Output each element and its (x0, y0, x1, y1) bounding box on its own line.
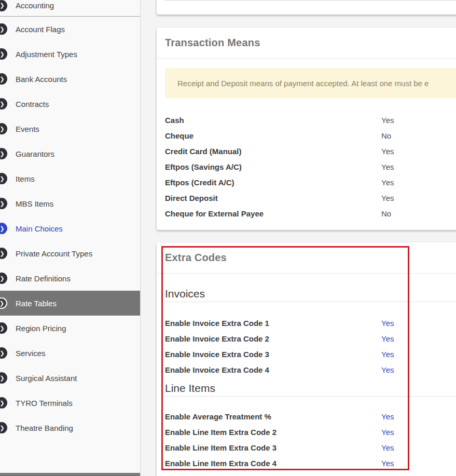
sidebar-item-tyro-terminals[interactable]: ❯ TYRO Terminals (0, 390, 140, 415)
sidebar-item-label: MBS Items (16, 199, 53, 208)
transaction-means-card: Transaction Means Receipt and Deposit me… (157, 28, 456, 230)
sidebar-item-bank-accounts[interactable]: ❯ Bank Accounts (0, 66, 140, 91)
sidebar-item-label: Items (16, 174, 35, 183)
setting-label: Enable Line Item Extra Code 3 (165, 443, 381, 452)
setting-label: Eftpos (Credit A/C) (165, 178, 381, 187)
sidebar-item-account-flags[interactable]: ❯ Account Flags (0, 17, 140, 42)
sidebar-item-region-pricing[interactable]: ❯ Region Pricing (0, 316, 140, 341)
setting-label: Cash (165, 116, 381, 125)
chevron-right-circle-icon: ❯ (0, 23, 7, 35)
setting-row: Credit Card (Manual) Yes (165, 143, 456, 159)
setting-row: Enable Line Item Extra Code 3 Yes (165, 440, 456, 455)
setting-value-link[interactable]: Yes (381, 443, 394, 452)
sidebar-item-label: Accounting (16, 1, 54, 10)
sidebar-item-label: Main Choices (16, 224, 63, 233)
sidebar-item-contracts[interactable]: ❯ Contracts (0, 91, 140, 116)
setting-row: Enable Average Treatment % Yes (165, 409, 456, 424)
payment-means-list: Cash Yes Cheque No Credit Card (Manual) … (157, 112, 456, 221)
sidebar-item-events[interactable]: ❯ Events (0, 116, 140, 141)
setting-row: Enable Invoice Extra Code 2 Yes (165, 331, 456, 346)
sidebar-item-label: Guarantors (16, 149, 54, 158)
setting-value: Yes (381, 194, 394, 202)
sidebar-item-label: Rate Tables (16, 299, 57, 308)
card-divider (165, 0, 456, 1)
chevron-right-circle-icon: ❯ (0, 322, 7, 334)
setting-label: Cheque for External Payee (165, 209, 381, 218)
extra-codes-card: Extra Codes Invoices Enable Invoice Extr… (157, 242, 456, 476)
section-title-line-items: Line Items (157, 380, 456, 396)
chevron-right-circle-icon: ❯ (0, 198, 7, 209)
setting-value: Yes (381, 116, 394, 125)
sidebar-item-guarantors[interactable]: ❯ Guarantors (0, 141, 140, 166)
settings-sidebar: ❯ Accounting ❯ Account Flags ❯ Adjustmen… (0, 0, 141, 476)
setting-label: Direct Deposit (165, 194, 381, 202)
setting-row: Cheque No (165, 128, 456, 143)
card-header: Extra Codes (157, 242, 456, 274)
sidebar-item-label: Region Pricing (16, 324, 66, 333)
sidebar-item-label: Adjustment Types (16, 50, 77, 59)
setting-row: Direct Deposit Yes (165, 190, 456, 206)
sidebar-item-mbs-items[interactable]: ❯ MBS Items (0, 191, 140, 216)
previous-card-bottom (157, 0, 456, 15)
setting-row: Enable Line Item Extra Code 4 Yes (165, 455, 456, 471)
setting-value: Yes (381, 162, 394, 171)
setting-value-link[interactable]: Yes (381, 334, 394, 343)
setting-label: Cheque (165, 131, 381, 140)
invoice-extra-codes-list: Enable Invoice Extra Code 1 Yes Enable I… (157, 315, 456, 377)
setting-label: Enable Invoice Extra Code 1 (165, 319, 381, 328)
setting-value-link[interactable]: Yes (381, 350, 394, 359)
setting-row: Eftpos (Savings A/C) Yes (165, 159, 456, 174)
chevron-right-circle-icon: ❯ (0, 123, 7, 134)
setting-row: Enable Invoice Extra Code 3 Yes (165, 346, 456, 362)
setting-value-link[interactable]: Yes (381, 412, 394, 421)
sidebar-item-label: TYRO Terminals (16, 399, 73, 407)
setting-label: Eftpos (Savings A/C) (165, 162, 381, 171)
sidebar-item-items[interactable]: ❯ Items (0, 166, 140, 191)
sidebar-bottom-bar (0, 473, 141, 476)
notice-text: Receipt and Deposit means of payment acc… (177, 79, 429, 88)
setting-row: Cheque for External Payee No (165, 206, 456, 221)
sidebar-item-services[interactable]: ❯ Services (0, 341, 140, 365)
sidebar-item-rate-tables[interactable]: ❯ Rate Tables (0, 291, 140, 316)
chevron-right-circle-icon: ❯ (0, 273, 7, 284)
setting-value-link[interactable]: Yes (381, 319, 394, 328)
sidebar-item-accounting[interactable]: ❯ Accounting (0, 0, 140, 16)
sidebar-item-main-choices[interactable]: ❯ Main Choices (0, 216, 140, 241)
sidebar-item-rate-definitions[interactable]: ❯ Rate Definitions (0, 266, 140, 291)
sidebar-item-surgical-assistant[interactable]: ❯ Surgical Assistant (0, 365, 140, 390)
section-divider (165, 396, 456, 397)
sidebar-item-label: Contracts (16, 100, 49, 108)
setting-row: Cash Yes (165, 112, 456, 128)
info-notice-banner: Receipt and Deposit means of payment acc… (165, 68, 456, 98)
chevron-right-circle-icon: ❯ (0, 98, 7, 110)
chevron-right-circle-icon: ❯ (0, 297, 7, 309)
sidebar-item-label: Bank Accounts (16, 75, 67, 84)
sidebar-item-label: Events (16, 125, 39, 133)
setting-value-link[interactable]: Yes (381, 428, 394, 437)
chevron-right-circle-icon: ❯ (0, 148, 7, 159)
setting-value-link[interactable]: Yes (381, 365, 394, 374)
sidebar-item-theatre-banding[interactable]: ❯ Theatre Banding (0, 415, 140, 440)
chevron-right-circle-icon: ❯ (0, 0, 7, 11)
sidebar-item-label: Private Account Types (16, 249, 92, 258)
sidebar-item-label: Surgical Assistant (16, 374, 77, 383)
card-title: Extra Codes (165, 252, 227, 264)
setting-label: Credit Card (Manual) (165, 147, 381, 156)
setting-label: Enable Line Item Extra Code 2 (165, 428, 381, 437)
chevron-right-circle-icon: ❯ (0, 248, 7, 259)
setting-value: Yes (381, 178, 394, 187)
setting-row: Enable Invoice Extra Code 4 Yes (165, 362, 456, 377)
setting-row: Enable Line Item Extra Code 2 Yes (165, 424, 456, 440)
sidebar-item-private-account-types[interactable]: ❯ Private Account Types (0, 241, 140, 266)
section-title-invoices: Invoices (157, 286, 456, 302)
chevron-right-circle-icon: ❯ (0, 223, 7, 234)
chevron-right-circle-icon: ❯ (0, 173, 7, 184)
sidebar-item-label: Services (16, 349, 46, 358)
line-item-extra-codes-list: Enable Average Treatment % Yes Enable Li… (157, 409, 456, 471)
setting-value-link[interactable]: Yes (381, 459, 394, 468)
chevron-right-circle-icon: ❯ (0, 347, 7, 359)
sidebar-item-adjustment-types[interactable]: ❯ Adjustment Types (0, 42, 140, 66)
setting-row: Eftpos (Credit A/C) Yes (165, 174, 456, 190)
setting-label: Enable Average Treatment % (165, 412, 381, 421)
chevron-right-circle-icon: ❯ (0, 372, 7, 384)
